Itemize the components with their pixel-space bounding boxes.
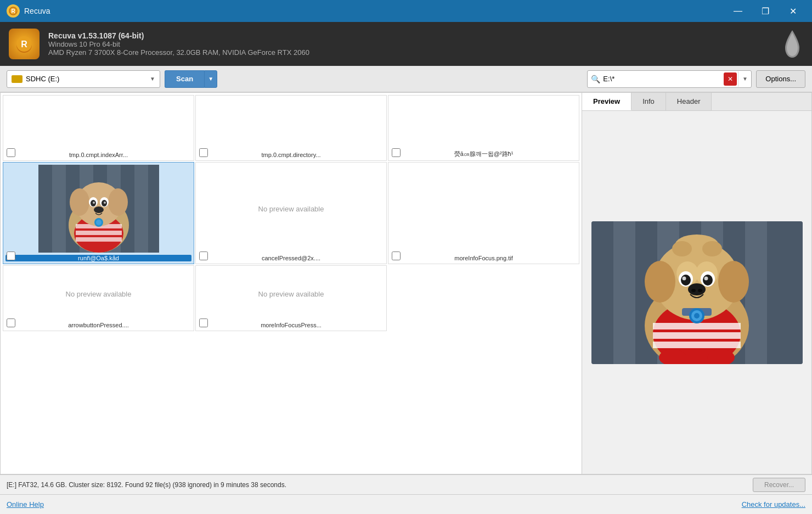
file-checkbox[interactable] <box>392 148 401 157</box>
preview-panel: Preview Info Header <box>582 92 812 474</box>
file-checkbox[interactable] <box>199 148 208 157</box>
svg-rect-39 <box>653 342 741 348</box>
file-cell[interactable]: moreInfoFocus.png.tif <box>388 162 579 264</box>
window-controls: — ❐ ✕ <box>725 0 805 22</box>
file-checkbox[interactable] <box>7 252 15 260</box>
tab-info[interactable]: Info <box>631 93 666 110</box>
scan-dropdown-button[interactable]: ▼ <box>204 70 217 88</box>
svg-point-18 <box>108 188 128 216</box>
svg-point-45 <box>645 261 675 303</box>
svg-rect-34 <box>789 221 803 364</box>
preview-tabs: Preview Info Header <box>582 93 811 111</box>
svg-point-52 <box>704 276 708 280</box>
file-checkbox[interactable] <box>392 252 401 260</box>
svg-point-25 <box>94 206 104 213</box>
svg-rect-33 <box>767 221 789 364</box>
file-cell[interactable]: No preview available cancelPressed@2x...… <box>195 162 387 264</box>
no-preview-text: No preview available <box>258 205 324 213</box>
svg-rect-6 <box>38 165 52 253</box>
svg-rect-37 <box>653 323 741 329</box>
app-title: Recuva <box>24 7 725 15</box>
file-grid[interactable]: tmp.0.cmpt.indexArr... tmp.0.cmpt.direct… <box>0 92 582 474</box>
preview-image-area <box>582 111 811 474</box>
file-checkbox[interactable] <box>7 319 15 327</box>
drive-dropdown-arrow: ▼ <box>150 76 155 82</box>
file-name: tmp.0.cmpt.directory... <box>198 152 384 158</box>
svg-point-61 <box>672 241 692 256</box>
svg-point-24 <box>104 202 106 204</box>
file-cell[interactable]: tmp.0.cmpt.directory... <box>195 95 387 161</box>
app-info: Recuva v1.53.1087 (64-bit) Windows 10 Pr… <box>48 31 309 57</box>
preview-area <box>5 165 191 253</box>
path-input[interactable] <box>603 71 724 87</box>
dog-preview-image <box>591 221 803 364</box>
svg-point-55 <box>698 289 702 292</box>
svg-text:R: R <box>21 40 27 49</box>
bottom-bar: Online Help Check for updates... <box>0 494 812 514</box>
scan-button-group: Scan ▼ <box>165 70 217 88</box>
file-name-selected: runñ@Oa$.kåd <box>5 255 191 261</box>
svg-rect-14 <box>76 231 122 235</box>
scan-button[interactable]: Scan <box>165 70 204 88</box>
preview-area <box>5 98 191 149</box>
app-name-version: Recuva v1.53.1087 (64-bit) <box>48 31 309 40</box>
tab-preview[interactable]: Preview <box>582 93 631 110</box>
file-name: 熒ā㎝腺깨一됩@²路ħ¹ <box>391 150 577 158</box>
file-name: cancelPressed@2x.... <box>198 255 384 261</box>
file-name: moreInfoFocus.png.tif <box>391 255 577 261</box>
path-input-wrap: 🔍 ✕ ▼ <box>587 70 752 88</box>
file-name: arrowbuttonPressed.... <box>5 322 191 328</box>
file-name: tmp.0.cmpt.indexArr... <box>5 152 191 158</box>
svg-rect-38 <box>653 332 741 339</box>
svg-point-50 <box>703 275 713 286</box>
file-name: moreInfoFocusPress... <box>198 322 384 328</box>
online-help-link[interactable]: Online Help <box>7 500 44 509</box>
no-preview-text: No preview available <box>66 290 132 298</box>
file-cell[interactable]: 熒ā㎝腺깨一됩@²路ħ¹ <box>388 95 579 161</box>
svg-rect-29 <box>591 221 613 364</box>
no-preview-text: No preview available <box>258 290 324 298</box>
svg-point-59 <box>694 313 700 319</box>
recover-button[interactable]: Recover... <box>753 478 805 492</box>
svg-point-53 <box>688 283 706 295</box>
svg-point-27 <box>96 220 101 225</box>
svg-point-46 <box>718 261 749 303</box>
title-bar: R Recuva — ❐ ✕ <box>0 0 812 22</box>
options-button[interactable]: Options... <box>756 70 805 88</box>
svg-point-62 <box>702 241 722 256</box>
file-cell[interactable]: No preview available moreInfoFocusPress.… <box>195 265 387 331</box>
close-button[interactable]: ✕ <box>780 0 805 22</box>
file-cell[interactable]: No preview available arrowbuttonPressed.… <box>3 265 194 331</box>
recuva-logo-drop <box>781 27 803 60</box>
tab-header[interactable]: Header <box>666 93 712 110</box>
file-checkbox[interactable] <box>199 252 208 260</box>
file-cell-selected[interactable]: runñ@Oa$.kåd <box>3 162 194 264</box>
drive-icon <box>12 75 22 83</box>
preview-area <box>198 98 384 149</box>
preview-area <box>391 165 577 253</box>
minimize-button[interactable]: — <box>725 0 751 22</box>
svg-point-23 <box>93 202 95 204</box>
app-logo: R <box>9 29 40 59</box>
file-cell[interactable]: tmp.0.cmpt.indexArr... <box>3 95 194 161</box>
file-checkbox[interactable] <box>7 148 15 157</box>
search-icon: 🔍 <box>588 71 603 87</box>
toolbar: SDHC (E:) ▼ Scan ▼ 🔍 ✕ ▼ Options... <box>0 66 812 92</box>
file-checkbox[interactable] <box>199 319 208 327</box>
app-hardware: AMD Ryzen 7 3700X 8-Core Processor, 32.0… <box>48 48 309 57</box>
svg-rect-15 <box>76 237 122 242</box>
svg-rect-10 <box>148 165 159 253</box>
status-text: [E:] FAT32, 14.6 GB. Cluster size: 8192.… <box>7 481 286 489</box>
check-updates-link[interactable]: Check for updates... <box>742 500 805 509</box>
drive-selector[interactable]: SDHC (E:) ▼ <box>7 70 160 88</box>
app-os: Windows 10 Pro 64-bit <box>48 40 309 48</box>
app-header: R Recuva v1.53.1087 (64-bit) Windows 10 … <box>0 22 812 66</box>
svg-point-51 <box>682 276 686 280</box>
svg-point-17 <box>70 188 89 216</box>
path-dropdown-arrow[interactable]: ▼ <box>738 71 751 87</box>
preview-area <box>391 98 577 148</box>
svg-point-49 <box>681 275 691 286</box>
maximize-button[interactable]: ❐ <box>753 0 778 22</box>
preview-area: No preview available <box>198 165 384 253</box>
path-clear-button[interactable]: ✕ <box>724 72 737 86</box>
